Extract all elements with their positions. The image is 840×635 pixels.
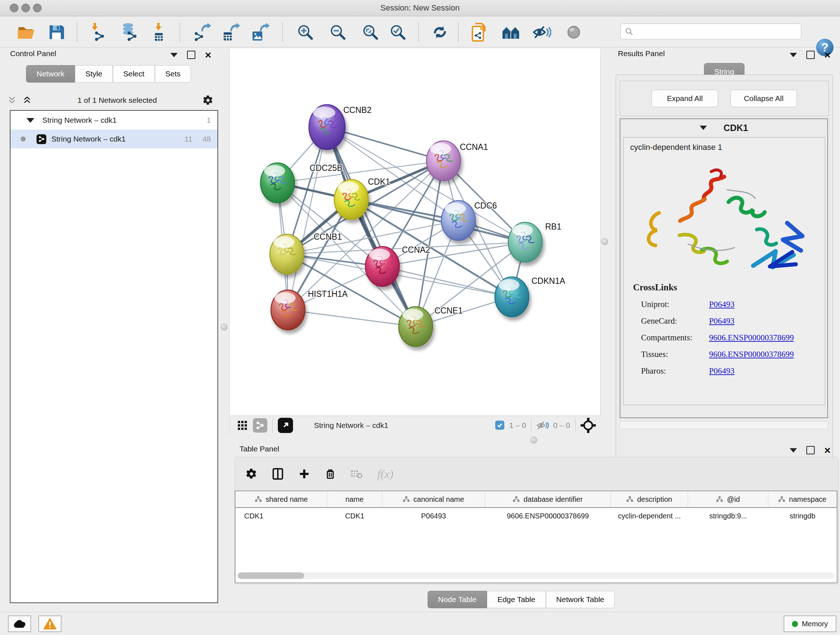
delete-column-trash-icon[interactable]: [325, 468, 336, 480]
network-edge[interactable]: [288, 161, 444, 310]
open-session-button[interactable]: [16, 21, 36, 43]
network-collection-row[interactable]: String Network – cdk1 1: [11, 111, 218, 130]
panel-menu-icon[interactable]: [790, 448, 797, 453]
column-header-namespace[interactable]: namespace: [768, 491, 837, 507]
panel-float-icon[interactable]: [806, 51, 815, 59]
table-cell[interactable]: cyclin-dependent ...: [611, 512, 688, 520]
add-column-icon[interactable]: [298, 468, 310, 480]
zoom-selected-button[interactable]: [388, 21, 408, 43]
import-table-from-file-button[interactable]: [148, 21, 169, 43]
scrollbar-thumb[interactable]: [238, 572, 304, 579]
network-node-CDC6[interactable]: [441, 201, 475, 241]
network-edge[interactable]: [382, 266, 512, 297]
table-cell[interactable]: CDK1: [327, 512, 382, 520]
tab-edge-table[interactable]: Edge Table: [487, 591, 546, 608]
network-canvas[interactable]: CCNB2CCNA1CDC25BCDK1CDC6RB1CCNB1CCNA2CDK…: [229, 49, 600, 434]
panel-float-icon[interactable]: [806, 446, 815, 454]
grid-view-icon[interactable]: [237, 420, 248, 431]
zoom-in-button[interactable]: [295, 21, 316, 43]
overview-eye-button[interactable]: [564, 21, 584, 43]
export-network-button[interactable]: [193, 21, 213, 43]
hidden-eye-icon[interactable]: [537, 420, 549, 431]
tab-node-table[interactable]: Node Table: [428, 591, 487, 608]
column-header-database-identifier[interactable]: database identifier: [485, 491, 611, 507]
table-cell[interactable]: stringdb:9...: [688, 512, 768, 520]
search-box[interactable]: [621, 24, 801, 40]
table-cell[interactable]: stringdb: [768, 512, 837, 520]
network-node-CDKN1A[interactable]: [495, 277, 529, 317]
panel-close-icon[interactable]: ×: [824, 447, 831, 454]
search-input[interactable]: [636, 27, 801, 36]
network-node-CCNA1[interactable]: [426, 141, 461, 181]
tab-style[interactable]: Style: [75, 65, 113, 82]
panel-menu-icon[interactable]: [790, 53, 797, 57]
cloud-status-button[interactable]: [8, 616, 31, 632]
column-header-name[interactable]: name: [327, 491, 382, 507]
network-graph[interactable]: CCNB2CCNA1CDC25BCDK1CDC6RB1CCNB1CCNA2CDK…: [230, 49, 600, 416]
network-edge[interactable]: [288, 127, 327, 310]
panel-close-icon[interactable]: ×: [824, 51, 831, 59]
table-cell[interactable]: P06493: [382, 512, 485, 520]
network-node-CCNB2[interactable]: [309, 105, 345, 149]
zoom-fit-button[interactable]: [360, 21, 381, 43]
column-header-shared-name[interactable]: shared name: [235, 491, 327, 507]
right-splitter-handle[interactable]: [601, 238, 608, 245]
selected-nodes-checkbox[interactable]: [495, 421, 504, 430]
table-row[interactable]: CDK1CDK1P064939606.ENSP00000378699cyclin…: [235, 508, 837, 524]
crosslink-link[interactable]: P06493: [709, 317, 734, 326]
tab-network[interactable]: Network: [26, 65, 75, 82]
panel-menu-icon[interactable]: [171, 53, 178, 57]
crosslink-link[interactable]: 9606.ENSP00000378699: [709, 350, 794, 359]
tab-select[interactable]: Select: [113, 65, 155, 82]
save-session-button[interactable]: [46, 21, 66, 43]
network-node-CDK1[interactable]: [334, 180, 368, 219]
zoom-out-button[interactable]: [328, 21, 348, 43]
open-in-new-window-icon[interactable]: [278, 418, 293, 433]
table-cell[interactable]: 9606.ENSP00000378699: [485, 512, 611, 520]
gene-section-header[interactable]: CDK1: [621, 119, 827, 136]
crosslink-link[interactable]: P06493: [709, 366, 734, 376]
hide-edges-button[interactable]: [532, 21, 552, 43]
show-columns-icon[interactable]: [272, 468, 284, 480]
birds-eye-crosshair-icon[interactable]: [581, 418, 596, 433]
column-header-canonical-name[interactable]: canonical name: [382, 491, 485, 507]
table-cell[interactable]: CDK1: [235, 512, 327, 520]
panel-close-icon[interactable]: ×: [205, 51, 211, 59]
expand-all-icon[interactable]: [22, 96, 32, 105]
panel-float-icon[interactable]: [187, 51, 195, 59]
crosslink-link[interactable]: P06493: [709, 300, 734, 309]
show-graphics-details-button[interactable]: [501, 21, 521, 43]
column-header-@id[interactable]: @id: [688, 491, 768, 507]
column-header-description[interactable]: description: [611, 491, 688, 507]
network-node-CCNA2[interactable]: [365, 247, 399, 287]
warnings-button[interactable]: [38, 616, 62, 632]
left-splitter-handle[interactable]: [221, 324, 227, 331]
memory-button[interactable]: Memory: [783, 616, 836, 632]
tab-network-table[interactable]: Network Table: [546, 591, 615, 608]
network-options-gear-icon[interactable]: [202, 95, 213, 106]
tree-expand-icon[interactable]: [27, 118, 34, 123]
collapse-all-icon[interactable]: [7, 96, 17, 105]
network-node-CCNE1[interactable]: [399, 307, 433, 347]
expand-all-button[interactable]: Expand All: [652, 90, 718, 107]
tab-sets[interactable]: Sets: [155, 65, 191, 82]
import-network-from-database-button[interactable]: [119, 21, 140, 43]
results-horizontal-scrollbar[interactable]: [620, 421, 828, 429]
crosslink-link[interactable]: 9606.ENSP00000378699: [709, 333, 794, 342]
export-table-button[interactable]: [221, 21, 241, 43]
table-options-gear-icon[interactable]: [246, 468, 257, 480]
network-row-selected[interactable]: String Network – cdk1 11 48: [11, 130, 218, 149]
bottom-splitter-handle[interactable]: [531, 437, 537, 443]
network-edge[interactable]: [288, 310, 416, 326]
network-node-RB1[interactable]: [508, 222, 542, 262]
clone-network-button[interactable]: [470, 21, 490, 43]
collapse-all-button[interactable]: Collapse All: [730, 90, 797, 107]
network-node-CCNB1[interactable]: [270, 234, 304, 274]
table-horizontal-scrollbar[interactable]: [238, 572, 835, 579]
export-image-button[interactable]: [250, 21, 271, 43]
section-collapse-icon[interactable]: [699, 126, 707, 130]
refresh-view-button[interactable]: [430, 21, 450, 43]
import-network-from-file-button[interactable]: [88, 21, 109, 43]
network-node-HIST1H1A[interactable]: [271, 290, 305, 330]
network-share-view-icon[interactable]: [253, 418, 267, 432]
